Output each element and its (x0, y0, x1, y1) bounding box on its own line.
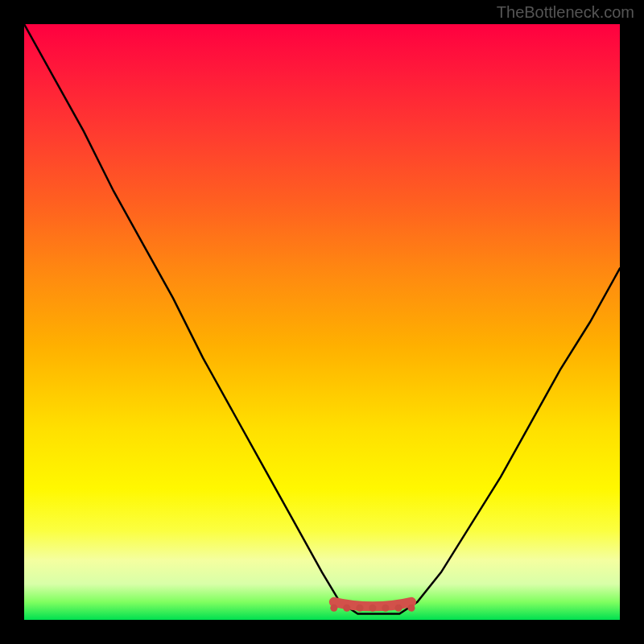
bottom-dot (330, 605, 337, 612)
bottleneck-curve-path (24, 24, 620, 614)
bottom-dot (395, 605, 402, 612)
bottleneck-chart (24, 24, 620, 620)
bottom-dot (356, 605, 363, 612)
bottom-dot (369, 605, 376, 612)
bottom-dot (382, 605, 389, 612)
curve-group (24, 24, 620, 614)
watermark-text: TheBottleneck.com (497, 3, 634, 22)
bottom-dot (343, 605, 350, 612)
bottom-dot (408, 605, 415, 612)
